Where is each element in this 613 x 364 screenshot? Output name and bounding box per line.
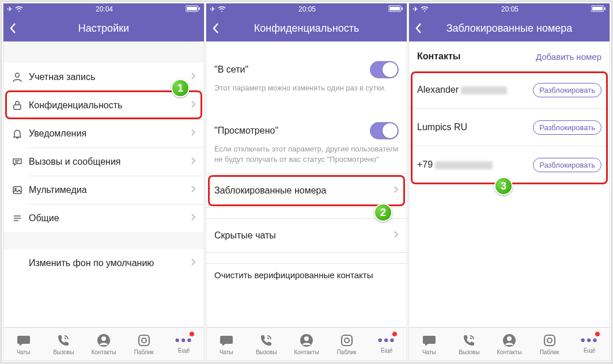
airplane-icon: ✈ bbox=[7, 5, 13, 13]
row-label: Изменить фон по умолчанию bbox=[29, 258, 191, 268]
tab-label: Контакты bbox=[497, 349, 521, 355]
back-button[interactable] bbox=[9, 22, 24, 34]
svg-rect-3 bbox=[199, 7, 200, 10]
unblock-button[interactable]: Разблокировать bbox=[533, 120, 601, 135]
row-label: Общие bbox=[29, 213, 191, 223]
tab-chats[interactable]: Чаты bbox=[206, 328, 247, 361]
tab-more[interactable]: •••Ещё bbox=[569, 328, 610, 361]
tab-calls[interactable]: Вызовы bbox=[247, 328, 287, 361]
tab-more[interactable]: •••Ещё bbox=[366, 328, 407, 361]
row-seen: "Просмотрено" bbox=[206, 115, 407, 142]
row-label: Скрытые чаты bbox=[214, 230, 393, 241]
status-time: 20:05 bbox=[298, 5, 316, 13]
back-button[interactable] bbox=[415, 22, 430, 34]
svg-point-17 bbox=[304, 336, 309, 341]
page-title: Конфиденциальность bbox=[227, 22, 401, 35]
contact-name: +79 bbox=[417, 160, 533, 170]
tab-label: Вызовы bbox=[53, 349, 74, 355]
tab-public[interactable]: Паблик bbox=[529, 328, 570, 361]
svg-rect-2 bbox=[187, 7, 197, 10]
back-button[interactable] bbox=[212, 22, 227, 34]
section-header: Контакты Добавить номер bbox=[409, 41, 610, 71]
toggle-seen[interactable] bbox=[370, 122, 399, 139]
row-label: Учетная запись bbox=[29, 72, 191, 82]
tab-chats[interactable]: Чаты bbox=[3, 328, 44, 361]
chevron-right-icon bbox=[191, 185, 196, 195]
tab-label: Вызовы bbox=[459, 349, 479, 355]
notification-dot bbox=[392, 331, 398, 337]
status-bar: ✈ 20:04 bbox=[3, 3, 204, 15]
tab-calls[interactable]: Вызовы bbox=[449, 328, 490, 361]
content: "В сети" Этот параметр можно изменять од… bbox=[206, 41, 407, 327]
row-calls-messages[interactable]: Вызовы и сообщения bbox=[3, 148, 204, 176]
row-label: Вызовы и сообщения bbox=[29, 157, 191, 167]
tab-label: Чаты bbox=[422, 349, 436, 355]
notification-dot bbox=[189, 331, 195, 337]
svg-rect-15 bbox=[402, 7, 403, 10]
svg-rect-18 bbox=[342, 335, 352, 346]
setting-description: Этот параметр можно изменять один раз в … bbox=[206, 81, 407, 101]
row-notifications[interactable]: Уведомления bbox=[3, 120, 204, 147]
svg-rect-14 bbox=[389, 7, 400, 10]
status-bar: ✈ 20:05 bbox=[409, 3, 610, 15]
svg-rect-6 bbox=[13, 187, 21, 194]
chat-icon bbox=[12, 156, 29, 168]
airplane-icon: ✈ bbox=[413, 5, 418, 13]
battery-icon bbox=[186, 5, 200, 12]
row-hidden-chats[interactable]: Скрытые чаты bbox=[206, 219, 407, 252]
page-title: Настройки bbox=[24, 22, 198, 35]
chevron-right-icon bbox=[393, 230, 399, 241]
step-badge-2: 2 bbox=[374, 203, 392, 222]
tab-bar: Чаты Вызовы Контакты Паблик •••Ещё bbox=[206, 327, 407, 361]
contacts-label: Контакты bbox=[417, 51, 536, 62]
row-online: "В сети" bbox=[206, 54, 407, 81]
row-wallpaper[interactable]: Изменить фон по умолчанию bbox=[3, 249, 204, 277]
unblock-button[interactable]: Разблокировать bbox=[533, 158, 601, 172]
row-general[interactable]: Общие bbox=[3, 204, 204, 232]
bell-icon bbox=[12, 128, 29, 139]
image-icon bbox=[12, 184, 29, 196]
svg-point-11 bbox=[142, 338, 146, 343]
tab-label: Чаты bbox=[220, 349, 233, 355]
add-number-link[interactable]: Добавить номер bbox=[536, 52, 601, 62]
battery-icon bbox=[388, 5, 403, 12]
step-badge-3: 3 bbox=[494, 177, 513, 195]
svg-rect-26 bbox=[544, 335, 555, 346]
tab-chats[interactable]: Чаты bbox=[409, 328, 449, 361]
content: Контакты Добавить номер Alexander Разбло… bbox=[409, 41, 610, 327]
svg-point-7 bbox=[15, 188, 17, 190]
row-blocked-numbers[interactable]: Заблокированные номера bbox=[206, 174, 407, 207]
wifi-icon bbox=[218, 6, 226, 13]
row-multimedia[interactable]: Мультимедиа bbox=[3, 176, 204, 204]
chevron-right-icon bbox=[191, 213, 196, 223]
row-clear-verified[interactable]: Очистить верифицированные контакты bbox=[206, 264, 407, 287]
tab-contacts[interactable]: Контакты bbox=[489, 328, 529, 361]
chevron-right-icon bbox=[191, 258, 196, 268]
tab-label: Контакты bbox=[294, 349, 319, 355]
contact-name: Lumpics RU bbox=[417, 122, 533, 132]
svg-point-9 bbox=[101, 336, 106, 341]
chevron-right-icon bbox=[191, 100, 196, 111]
tab-contacts[interactable]: Контакты bbox=[84, 328, 124, 361]
page-title: Заблокированные номера bbox=[430, 22, 604, 35]
header: Заблокированные номера bbox=[409, 15, 610, 41]
wifi-icon bbox=[421, 6, 429, 13]
tab-label: Ещё bbox=[381, 347, 392, 354]
user-icon bbox=[12, 71, 29, 83]
toggle-online[interactable] bbox=[370, 61, 399, 78]
tab-label: Чаты bbox=[17, 349, 31, 355]
tab-calls[interactable]: Вызовы bbox=[44, 328, 84, 361]
chevron-right-icon bbox=[393, 185, 399, 196]
unblock-button[interactable]: Разблокировать bbox=[533, 83, 601, 97]
row-label: Уведомления bbox=[29, 128, 191, 139]
svg-rect-22 bbox=[592, 7, 603, 10]
tab-more[interactable]: •••Ещё bbox=[164, 328, 204, 361]
tab-public[interactable]: Паблик bbox=[124, 328, 164, 361]
tab-contacts[interactable]: Контакты bbox=[286, 328, 327, 361]
row-privacy[interactable]: Конфиденциальность bbox=[3, 92, 204, 119]
tab-public[interactable]: Паблик bbox=[327, 328, 367, 361]
row-label: Заблокированные номера bbox=[214, 185, 393, 196]
chevron-right-icon bbox=[191, 128, 196, 139]
header: Конфиденциальность bbox=[206, 15, 407, 41]
svg-point-25 bbox=[507, 336, 512, 341]
